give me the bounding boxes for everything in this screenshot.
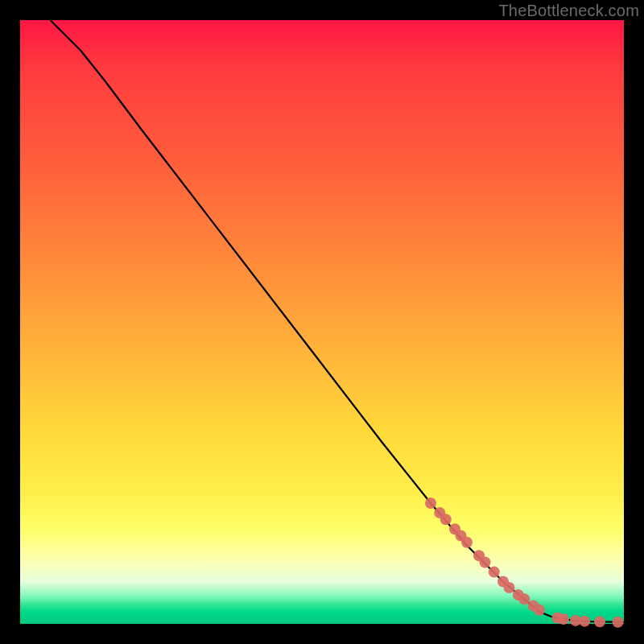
svg-point-2 <box>440 514 452 525</box>
svg-point-10 <box>504 582 515 593</box>
watermark-text: TheBottleneck.com <box>498 2 639 20</box>
svg-point-0 <box>425 497 436 509</box>
curve-line <box>51 20 625 622</box>
svg-point-8 <box>489 567 500 578</box>
svg-point-19 <box>594 616 605 627</box>
svg-point-14 <box>534 605 545 616</box>
svg-point-12 <box>518 593 530 605</box>
svg-point-5 <box>461 537 473 548</box>
svg-point-20 <box>613 617 624 628</box>
svg-point-7 <box>480 557 491 568</box>
chart-frame: TheBottleneck.com <box>0 0 644 644</box>
svg-point-18 <box>579 616 590 627</box>
chart-svg <box>20 20 624 624</box>
highlight-dots <box>425 497 624 628</box>
plot-area <box>20 20 624 624</box>
svg-point-16 <box>558 613 569 625</box>
